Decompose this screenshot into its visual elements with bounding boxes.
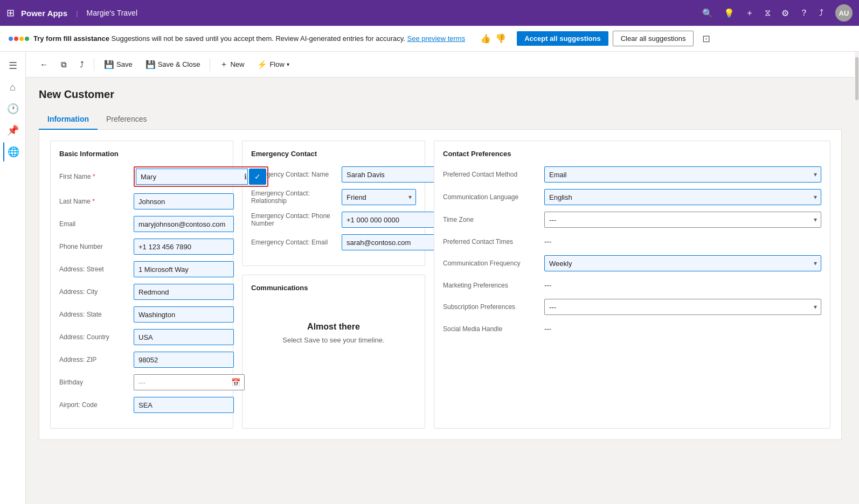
sidebar-item-globe[interactable]: 🌐	[3, 142, 23, 162]
save-button[interactable]: 💾 Save	[99, 58, 138, 72]
zip-input[interactable]	[134, 352, 234, 368]
first-name-label: First Name	[59, 173, 129, 180]
state-input[interactable]	[134, 306, 234, 323]
comm-freq-wrapper: Weekly Daily Monthly ▾	[544, 255, 821, 271]
timezone-select[interactable]: ---	[544, 212, 821, 228]
contact-pref-title: Contact Preferences	[443, 150, 821, 158]
almost-there-container: Almost there Select Save to see your tim…	[251, 300, 416, 366]
birthday-row: Birthday 📅	[59, 374, 224, 390]
dot-yellow	[19, 37, 24, 41]
accept-all-button[interactable]: Accept all suggestions	[517, 31, 608, 46]
first-name-input[interactable]	[136, 169, 248, 185]
birthday-wrapper: 📅	[134, 374, 245, 390]
marketing-value: ---	[544, 278, 551, 292]
settings-icon[interactable]: ⚙	[781, 8, 789, 18]
dot-blue	[9, 37, 13, 41]
street-row: Address: Street	[59, 261, 224, 277]
last-name-label: Last Name	[59, 198, 129, 205]
share-icon[interactable]: ⤴	[819, 8, 823, 18]
pref-times-label: Preferred Contact Times	[443, 238, 540, 246]
sidebar-item-pinned[interactable]: 📌	[3, 121, 23, 140]
tab-preferences[interactable]: Preferences	[98, 109, 155, 130]
country-input[interactable]	[134, 329, 234, 345]
thumbs-up-icon[interactable]: 👍	[480, 33, 491, 44]
first-name-wrapper: ℹ ✓	[134, 166, 268, 187]
page-content: New Customer Information Preferences Bas…	[26, 78, 855, 451]
dot-green	[25, 37, 29, 41]
last-name-input[interactable]	[134, 193, 234, 209]
street-input[interactable]	[134, 261, 234, 277]
comm-lang-row: Communication Language English Spanish F…	[443, 189, 821, 205]
new-button[interactable]: ＋ New	[214, 57, 250, 72]
restore-button[interactable]: ⧉	[56, 58, 72, 72]
new-icon: ＋	[220, 59, 228, 69]
email-input[interactable]	[134, 216, 234, 232]
vertical-scrollbar[interactable]	[855, 52, 859, 504]
birthday-input[interactable]	[134, 374, 245, 390]
state-row: Address: State	[59, 306, 224, 323]
help-icon[interactable]: ？	[800, 8, 808, 19]
dot-red	[14, 37, 18, 41]
street-label: Address: Street	[59, 265, 129, 273]
ec-phone-row: Emergency Contact: Phone Number	[251, 212, 416, 228]
lightbulb-icon[interactable]: 💡	[724, 8, 735, 18]
thumb-icons: 👍 👎	[480, 33, 506, 44]
tab-information[interactable]: Information	[39, 109, 98, 130]
filter-icon[interactable]: ⧖	[765, 8, 771, 18]
comm-lang-select[interactable]: English Spanish French	[544, 189, 821, 205]
social-media-value: ---	[544, 321, 551, 336]
subscription-wrapper: --- ▾	[544, 299, 821, 315]
phone-input[interactable]	[134, 239, 234, 255]
avatar[interactable]: AU	[835, 4, 853, 22]
zip-label: Address: ZIP	[59, 356, 129, 363]
side-panel-icon[interactable]: ⊡	[702, 33, 710, 45]
ec-email-input[interactable]	[342, 234, 442, 250]
pref-times-value: ---	[544, 234, 551, 249]
clear-all-button[interactable]: Clear all suggestions	[613, 31, 694, 46]
main-area: ← ⧉ ⤴ 💾 Save 💾 Save & Close ＋ New	[26, 52, 855, 504]
accept-firstname-button[interactable]: ✓	[249, 169, 266, 185]
ec-rel-wrapper: Friend Family Colleague ▾	[342, 189, 416, 205]
sidebar-item-recent[interactable]: 🕐	[3, 99, 23, 118]
sidebar: ☰ ⌂ 🕐 📌 🌐	[0, 52, 26, 504]
toolbar-divider-2	[210, 58, 210, 71]
subscription-row: Subscription Preferences --- ▾	[443, 299, 821, 315]
plus-icon[interactable]: ＋	[745, 8, 754, 19]
subscription-select[interactable]: ---	[544, 299, 821, 315]
search-icon[interactable]: 🔍	[702, 8, 713, 18]
pref-contact-label: Preferred Contact Method	[443, 171, 540, 178]
pref-contact-row: Preferred Contact Method Email Phone SMS…	[443, 166, 821, 183]
ec-phone-input[interactable]	[342, 212, 442, 228]
save-close-button[interactable]: 💾 Save & Close	[140, 58, 206, 72]
toolbar: ← ⧉ ⤴ 💾 Save 💾 Save & Close ＋ New	[26, 52, 855, 78]
city-input[interactable]	[134, 284, 234, 300]
thumbs-down-icon[interactable]: 👎	[495, 33, 506, 44]
main-layout: ☰ ⌂ 🕐 📌 🌐 ← ⧉ ⤴ 💾 Save 💾 Save &	[0, 52, 859, 504]
comm-freq-select[interactable]: Weekly Daily Monthly	[544, 255, 821, 271]
back-button[interactable]: ←	[34, 58, 53, 71]
comms-title: Communications	[251, 284, 416, 292]
first-name-row: First Name ℹ ✓	[59, 166, 224, 187]
state-label: Address: State	[59, 311, 129, 318]
social-media-row: Social Media Handle ---	[443, 321, 821, 336]
ec-name-input[interactable]	[342, 166, 442, 183]
airport-input[interactable]	[134, 397, 234, 413]
sidebar-item-home2[interactable]: ⌂	[3, 78, 23, 97]
timezone-row: Time Zone --- ▾	[443, 212, 821, 228]
grid-icon[interactable]: ⊞	[6, 7, 15, 19]
pref-contact-select[interactable]: Email Phone SMS	[544, 166, 821, 183]
flow-button[interactable]: ⚡ Flow ▾	[252, 58, 294, 72]
info-icon[interactable]: ℹ	[244, 172, 247, 181]
ec-rel-label: Emergency Contact: Relationship	[251, 190, 337, 205]
preview-terms-link[interactable]: See preview terms	[407, 34, 465, 43]
scrollbar-thumb[interactable]	[855, 57, 858, 100]
ec-name-row: Emergency Contact: Name	[251, 166, 416, 183]
sidebar-item-home[interactable]: ☰	[3, 56, 23, 75]
flow-chevron-icon: ▾	[287, 61, 289, 67]
comm-freq-row: Communication Frequency Weekly Daily Mon…	[443, 255, 821, 271]
ec-rel-select[interactable]: Friend Family Colleague	[342, 189, 416, 205]
share-button[interactable]: ⤴	[74, 58, 89, 71]
phone-label: Phone Number	[59, 243, 129, 250]
airport-row: Airport: Code	[59, 397, 224, 413]
basic-info-section: Basic Information First Name ℹ ✓ Last Na…	[50, 141, 233, 429]
